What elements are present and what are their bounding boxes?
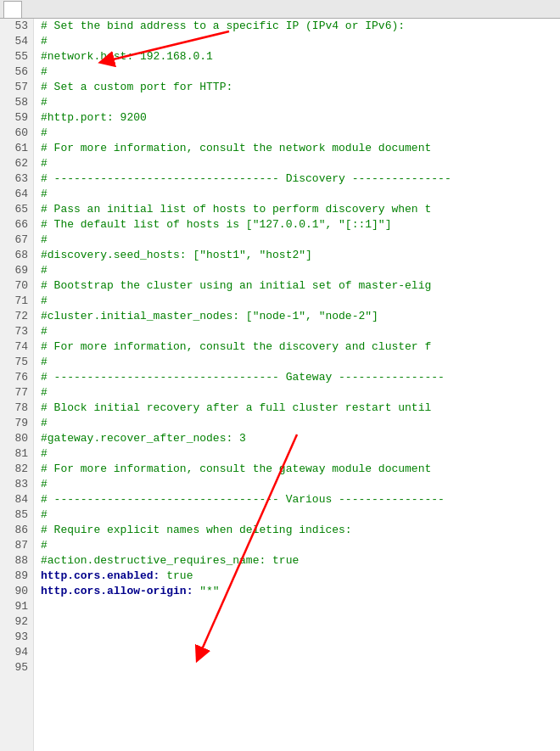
line-number-85: 85	[5, 507, 28, 523]
line-number-69: 69	[5, 263, 28, 278]
line-number-92: 92	[5, 614, 28, 630]
code-line-64: #	[41, 187, 560, 202]
code-line-63: # ---------------------------------- Dis…	[41, 171, 560, 187]
line-number-59: 59	[5, 110, 28, 126]
code-line-56: #	[41, 64, 560, 80]
line-numbers: 5354555657585960616263646566676869707172…	[0, 19, 34, 751]
code-line-86: # Require explicit names when deleting i…	[41, 523, 560, 538]
code-line-85: #	[41, 507, 560, 523]
line-number-72: 72	[5, 309, 28, 324]
code-line-76: # ---------------------------------- Gat…	[41, 370, 560, 385]
editor-area: 5354555657585960616263646566676869707172…	[0, 19, 560, 751]
line-number-86: 86	[5, 523, 28, 538]
line-number-90: 90	[5, 584, 28, 599]
code-line-78: # Block initial recovery after a full cl…	[41, 401, 560, 416]
line-number-53: 53	[5, 19, 28, 34]
line-number-67: 67	[5, 233, 28, 248]
code-line-61: # For more information, consult the netw…	[41, 141, 560, 156]
line-number-84: 84	[5, 492, 28, 507]
line-number-95: 95	[5, 660, 28, 675]
code-line-72: #cluster.initial_master_nodes: ["node-1"…	[41, 309, 560, 324]
line-number-62: 62	[5, 156, 28, 171]
line-number-60: 60	[5, 126, 28, 141]
line-number-57: 57	[5, 80, 28, 95]
line-number-73: 73	[5, 324, 28, 339]
line-number-91: 91	[5, 599, 28, 614]
code-line-82: # For more information, consult the gate…	[41, 462, 560, 477]
line-number-66: 66	[5, 217, 28, 233]
code-line-53: # Set the bind address to a specific IP …	[41, 19, 560, 34]
code-line-79: #	[41, 416, 560, 431]
code-line-87: #	[41, 538, 560, 553]
line-number-70: 70	[5, 278, 28, 294]
line-number-81: 81	[5, 446, 28, 462]
line-number-64: 64	[5, 187, 28, 202]
code-line-60: #	[41, 126, 560, 141]
line-number-83: 83	[5, 477, 28, 492]
code-line-54: #	[41, 34, 560, 49]
code-line-84: # ---------------------------------- Var…	[41, 492, 560, 507]
line-number-76: 76	[5, 370, 28, 385]
code-line-77: #	[41, 385, 560, 401]
line-number-55: 55	[5, 49, 28, 64]
line-number-79: 79	[5, 416, 28, 431]
code-line-81: #	[41, 446, 560, 462]
line-number-88: 88	[5, 553, 28, 569]
code-line-62: #	[41, 156, 560, 171]
code-line-55: #network.host: 192.168.0.1	[41, 49, 560, 64]
line-number-74: 74	[5, 339, 28, 355]
line-number-87: 87	[5, 538, 28, 553]
code-line-70: # Bootstrap the cluster using an initial…	[41, 278, 560, 294]
code-line-71: #	[41, 294, 560, 309]
line-number-93: 93	[5, 630, 28, 645]
line-number-68: 68	[5, 248, 28, 263]
line-number-94: 94	[5, 645, 28, 660]
tab-bar	[0, 0, 560, 19]
code-line-66: # The default list of hosts is ["127.0.0…	[41, 217, 560, 233]
line-number-65: 65	[5, 202, 28, 217]
line-number-54: 54	[5, 34, 28, 49]
line-number-89: 89	[5, 569, 28, 584]
code-line-68: #discovery.seed_hosts: ["host1", "host2"…	[41, 248, 560, 263]
code-line-75: #	[41, 355, 560, 370]
line-number-58: 58	[5, 95, 28, 110]
code-line-65: # Pass an initial list of hosts to perfo…	[41, 202, 560, 217]
line-number-80: 80	[5, 431, 28, 446]
code-line-91: http.cors.enabled: true	[41, 569, 560, 584]
code-line-67: #	[41, 233, 560, 248]
code-line-92: http.cors.allow-origin: "*"	[41, 584, 560, 599]
tab-elasticsearch-yml[interactable]	[3, 1, 22, 18]
line-number-78: 78	[5, 401, 28, 416]
code-line-57: # Set a custom port for HTTP:	[41, 80, 560, 95]
line-number-71: 71	[5, 294, 28, 309]
line-number-61: 61	[5, 141, 28, 156]
code-line-83: #	[41, 477, 560, 492]
code-line-80: #gateway.recover_after_nodes: 3	[41, 431, 560, 446]
code-line-59: #http.port: 9200	[41, 110, 560, 126]
line-number-82: 82	[5, 462, 28, 477]
code-line-74: # For more information, consult the disc…	[41, 339, 560, 355]
code-line-88: #action.destructive_requires_name: true	[41, 553, 560, 569]
code-line-58: #	[41, 95, 560, 110]
line-number-63: 63	[5, 171, 28, 187]
code-line-69: #	[41, 263, 560, 278]
line-number-75: 75	[5, 355, 28, 370]
line-number-77: 77	[5, 385, 28, 401]
line-number-56: 56	[5, 64, 28, 80]
code-content[interactable]: # Set the bind address to a specific IP …	[34, 19, 560, 751]
code-line-73: #	[41, 324, 560, 339]
